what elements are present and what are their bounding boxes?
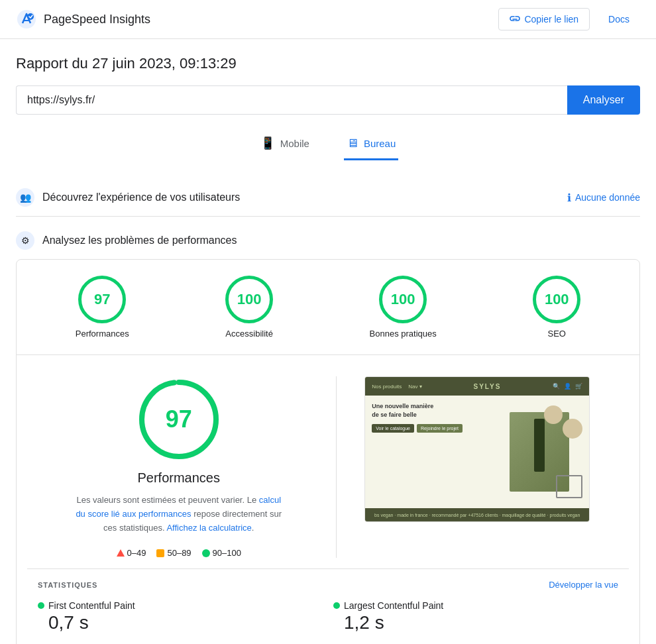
user-experience-title: Découvrez l'expérience de vos utilisateu… xyxy=(42,191,240,203)
legend-square-icon xyxy=(156,549,164,557)
stat-fcp-dot xyxy=(38,602,44,609)
legend-red-label: 0–49 xyxy=(127,548,146,558)
legend-red: 0–49 xyxy=(117,548,146,558)
stats-title: STATISTIQUES xyxy=(38,581,97,589)
screenshot-nav-link-1: Nos produits xyxy=(372,384,402,390)
perf-desc-link2[interactable]: Affichez la calculatrice xyxy=(166,523,251,533)
svg-point-0 xyxy=(17,10,36,28)
banner-left: 👥 Découvrez l'expérience de vos utilisat… xyxy=(16,188,240,207)
desktop-icon: 🖥 xyxy=(347,136,358,150)
screenshot-text-block: Une nouvelle manièrede se faire belle Vo… xyxy=(372,402,496,502)
tabs-row: 📱 Mobile 🖥 Bureau xyxy=(16,131,640,160)
score-circle-seo: 100 xyxy=(533,276,580,323)
copy-link-label: Copier le lien xyxy=(524,14,578,25)
perf-desc-end: . xyxy=(252,523,254,533)
url-row: Analyser xyxy=(16,85,640,115)
user-experience-icon: 👥 xyxy=(16,188,34,207)
score-bonnes-pratiques[interactable]: 100 Bonnes pratiques xyxy=(370,276,437,339)
stat-lcp-value: 1,2 s xyxy=(333,612,618,633)
score-label-accessibilite: Accessibilité xyxy=(225,329,273,339)
svg-point-1 xyxy=(27,13,34,20)
copy-link-button[interactable]: Copier le lien xyxy=(498,8,590,30)
screenshot-footer: bs vegan · made in france · recommandé p… xyxy=(365,508,589,521)
banner-right: ℹ Aucune donnée xyxy=(567,191,640,204)
stat-lcp: Largest Contentful Paint 1,2 s xyxy=(333,600,618,633)
screenshot-btn-2: Rejoindre le projet xyxy=(417,424,463,433)
screenshot-nav-brand: SYLYS xyxy=(474,383,502,390)
perf-left: 97 Performances Les valeurs sont estimée… xyxy=(38,376,336,558)
screenshot-btn-1: Voir le catalogue xyxy=(372,424,414,433)
screenshot-nav-links: Nos produits Nav ▾ xyxy=(372,384,421,390)
stat-fcp-value: 0,7 s xyxy=(38,612,323,633)
stats-section: STATISTIQUES Développer la vue First Con… xyxy=(27,568,629,644)
legend-triangle-icon xyxy=(117,549,125,557)
no-data-label: Aucune donnée xyxy=(575,192,640,203)
screenshot-basket xyxy=(556,475,582,498)
screenshot-headline: Une nouvelle manièrede se faire belle xyxy=(372,402,491,419)
docs-button[interactable]: Docs xyxy=(598,9,640,30)
score-value-accessibilite: 100 xyxy=(237,291,262,308)
big-score-label: Performances xyxy=(138,470,221,486)
main-content: Rapport du 27 juin 2023, 09:13:29 Analys… xyxy=(0,39,656,644)
stat-lcp-dot xyxy=(333,602,340,609)
screenshot-nav: Nos produits Nav ▾ SYLYS 🔍 👤 🛒 xyxy=(365,377,589,396)
legend-row: 0–49 50–89 90–100 xyxy=(117,548,241,558)
tab-bureau-label: Bureau xyxy=(364,138,396,149)
screenshot-nav-link-2: Nav ▾ xyxy=(408,384,421,390)
scores-card: 97 Performances 100 Accessibilité 100 Bo… xyxy=(16,259,640,644)
tab-mobile[interactable]: 📱 Mobile xyxy=(258,131,312,160)
score-value-performances: 97 xyxy=(94,291,110,308)
app-title: PageSpeed Insights xyxy=(44,13,150,27)
score-accessibilite[interactable]: 100 Accessibilité xyxy=(225,276,273,339)
screenshot-body: Une nouvelle manièrede se faire belle Vo… xyxy=(365,396,589,508)
mobile-icon: 📱 xyxy=(260,136,275,150)
perf-right: Nos produits Nav ▾ SYLYS 🔍 👤 🛒 xyxy=(337,376,619,558)
score-performances[interactable]: 97 Performances xyxy=(76,276,129,339)
screenshot-preview: Nos produits Nav ▾ SYLYS 🔍 👤 🛒 xyxy=(364,376,590,522)
pagespeed-logo xyxy=(16,9,37,30)
perf-analysis-title: Analysez les problèmes de performances xyxy=(42,235,237,246)
url-input[interactable] xyxy=(16,85,567,115)
score-label-performances: Performances xyxy=(76,329,129,339)
perf-description: Les valeurs sont estimées et peuvent var… xyxy=(73,494,285,535)
report-title: Rapport du 27 juin 2023, 09:13:29 xyxy=(16,55,640,72)
tab-mobile-label: Mobile xyxy=(280,138,309,149)
screenshot-products xyxy=(496,402,582,502)
link-icon xyxy=(510,14,520,25)
scores-row: 97 Performances 100 Accessibilité 100 Bo… xyxy=(27,276,629,354)
screenshot-inner: Nos produits Nav ▾ SYLYS 🔍 👤 🛒 xyxy=(365,377,589,521)
perf-desc-start: Les valeurs sont estimées et peuvent var… xyxy=(76,495,256,505)
score-circle-bonnes-pratiques: 100 xyxy=(379,276,427,323)
performance-detail: 97 Performances Les valeurs sont estimée… xyxy=(27,355,629,568)
screenshot-search-icon: 🔍 xyxy=(553,383,560,390)
tab-bureau[interactable]: 🖥 Bureau xyxy=(344,131,398,160)
stat-lcp-name: Largest Contentful Paint xyxy=(344,600,443,611)
big-score-circle: 97 xyxy=(136,376,222,462)
screenshot-cta: Voir le catalogue Rejoindre le projet xyxy=(372,424,491,433)
user-experience-banner: 👥 Découvrez l'expérience de vos utilisat… xyxy=(16,179,640,217)
stat-fcp: First Contentful Paint 0,7 s xyxy=(38,600,323,633)
legend-orange-label: 50–89 xyxy=(167,548,191,558)
stat-fcp-header: First Contentful Paint xyxy=(38,600,323,611)
stat-fcp-name: First Contentful Paint xyxy=(48,600,135,611)
score-value-bonnes-pratiques: 100 xyxy=(391,291,415,308)
legend-green-label: 90–100 xyxy=(213,548,241,558)
score-circle-performances: 97 xyxy=(78,276,126,323)
stats-header: STATISTIQUES Développer la vue xyxy=(38,580,618,590)
logo-area: PageSpeed Insights xyxy=(16,9,150,30)
perf-analysis-icon: ⚙ xyxy=(16,231,34,250)
score-seo[interactable]: 100 SEO xyxy=(533,276,580,339)
header-actions: Copier le lien Docs xyxy=(498,8,640,30)
score-circle-accessibilite: 100 xyxy=(225,276,273,323)
legend-green: 90–100 xyxy=(202,548,241,558)
screenshot-user-icon: 👤 xyxy=(564,383,571,390)
header: PageSpeed Insights Copier le lien Docs xyxy=(0,0,656,39)
score-label-bonnes-pratiques: Bonnes pratiques xyxy=(370,329,437,339)
analyze-button[interactable]: Analyser xyxy=(567,85,640,115)
score-label-seo: SEO xyxy=(548,329,566,339)
screenshot-footer-text: bs vegan · made in france · recommandé p… xyxy=(374,513,580,517)
legend-orange: 50–89 xyxy=(156,548,191,558)
score-value-seo: 100 xyxy=(545,291,569,308)
expand-button[interactable]: Développer la vue xyxy=(549,580,618,590)
info-icon: ℹ xyxy=(567,191,571,204)
